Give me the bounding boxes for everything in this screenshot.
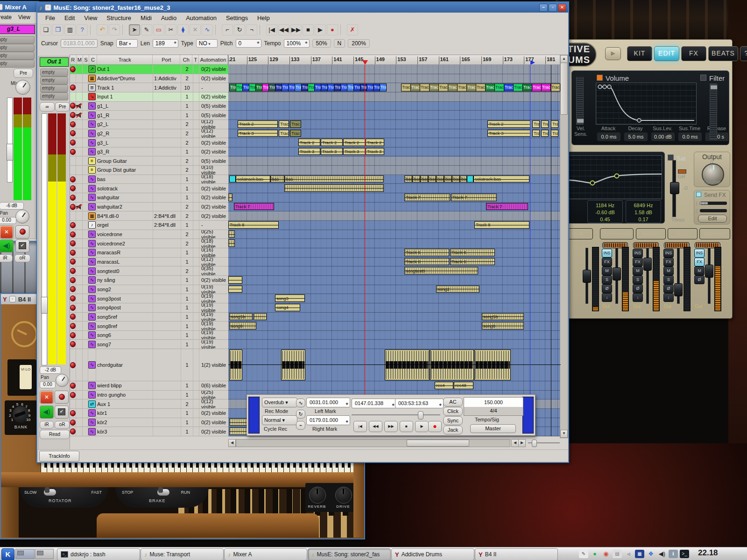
track-automation[interactable]: 0(19) visible: [199, 294, 229, 303]
task-button[interactable]: YAddictive Drums: [391, 548, 474, 560]
track-channels[interactable]: 1: [181, 248, 193, 257]
record-button[interactable]: ●: [428, 421, 442, 432]
track-row[interactable]: ∿g1_L10(5) visible: [70, 102, 229, 111]
track-port[interactable]: 2:B4*ll.dll: [153, 211, 181, 220]
track-mute-cell[interactable]: [76, 74, 83, 83]
ad-mute-button[interactable]: M: [663, 266, 674, 275]
ad-tab-overhead[interactable]: Overhead: [600, 228, 634, 239]
track-port[interactable]: [153, 418, 181, 427]
track-channels[interactable]: 1: [181, 340, 193, 349]
right-mark-flag[interactable]: [530, 60, 535, 65]
track-port[interactable]: [153, 285, 181, 294]
strip-automation-read-button[interactable]: Read: [40, 430, 70, 439]
track-automation[interactable]: 0(5) visible: [199, 102, 229, 111]
audio-part[interactable]: Track 2: [238, 120, 278, 128]
track-rec-cell[interactable]: [70, 340, 76, 349]
ad-tab-master[interactable]: Master: [699, 228, 730, 239]
track-port[interactable]: [153, 294, 181, 303]
track-mute-cell[interactable]: [76, 157, 83, 166]
audio-part[interactable]: [229, 419, 248, 426]
track-channels[interactable]: 2: [181, 211, 193, 220]
ad-filter-slider[interactable]: [710, 84, 717, 140]
arrange-track-lane[interactable]: [228, 166, 561, 175]
arrange-track-lane[interactable]: [228, 276, 561, 285]
audio-part[interactable]: Track 2: [366, 139, 384, 146]
strip-effect-slot[interactable]: empty: [40, 84, 68, 92]
ad-ins-button[interactable]: INS: [633, 249, 643, 258]
track-row[interactable]: ∿song610(19) visible: [70, 331, 229, 340]
record-arm-icon[interactable]: [70, 314, 76, 320]
track-row[interactable]: ∿solotrack10(2) visible: [70, 184, 229, 193]
mixer-effect-slot[interactable]: empty: [0, 52, 35, 60]
track-automation[interactable]: 0(35) visible: [199, 266, 229, 275]
eraser-tool-icon[interactable]: ▭: [153, 24, 164, 35]
b4-drive-knob[interactable]: [335, 487, 352, 504]
audio-part[interactable]: song3: [275, 294, 305, 302]
track-name[interactable]: voicedrone2: [96, 239, 153, 248]
track-automation[interactable]: 0(2) visible: [199, 418, 229, 427]
track-rec-cell[interactable]: [70, 322, 76, 330]
track-mute-cell[interactable]: [76, 276, 83, 285]
ad-ins-button[interactable]: INS: [602, 249, 612, 258]
ad-fader-track[interactable]: [646, 248, 649, 304]
track-name[interactable]: intro gungho: [96, 391, 153, 399]
track-rec-cell[interactable]: [70, 157, 76, 166]
track-channels[interactable]: 1: [181, 193, 193, 202]
midi-part[interactable]: Trac: [401, 84, 411, 91]
track-port[interactable]: [153, 266, 181, 275]
record-icon[interactable]: ●: [327, 24, 338, 35]
ad-param-value[interactable]: 0.00 dB: [651, 132, 675, 141]
track-solo-cell[interactable]: [83, 409, 88, 418]
track-mute-cell[interactable]: [76, 184, 83, 193]
track-row[interactable]: ∿song3post10(19) visible: [70, 294, 229, 303]
arrange-track-lane[interactable]: [228, 211, 561, 221]
track-port[interactable]: [153, 331, 181, 340]
menu-settings[interactable]: Settings: [222, 14, 252, 22]
track-channels[interactable]: 1: [181, 313, 193, 322]
audio-part[interactable]: [254, 313, 267, 321]
ad-send1-slider[interactable]: [700, 202, 727, 205]
midi-part[interactable]: Trac: [532, 84, 542, 91]
arrange-track-lane[interactable]: [228, 381, 561, 391]
mixer-pre-button[interactable]: Pre: [14, 69, 33, 78]
midi-part[interactable]: Trac: [229, 84, 236, 91]
record-arm-icon[interactable]: [70, 112, 76, 118]
track-channels[interactable]: 1: [181, 184, 193, 193]
track-rec-cell[interactable]: [70, 111, 76, 119]
arrange-track-lane[interactable]: [228, 102, 561, 111]
track-port[interactable]: [153, 248, 181, 257]
track-rec-cell[interactable]: [70, 221, 76, 230]
strip-solo-check-button[interactable]: ✔: [55, 406, 69, 419]
audio-part[interactable]: Track 2: [321, 139, 343, 146]
track-mute-cell[interactable]: [76, 147, 83, 156]
ad-send2-slider[interactable]: [700, 209, 727, 212]
automation-tool-icon[interactable]: ∿: [202, 24, 213, 35]
arrange-track-lane[interactable]: [228, 147, 561, 157]
record-arm-icon[interactable]: [70, 383, 76, 389]
track-channels[interactable]: 2: [181, 399, 193, 408]
track-mute-cell[interactable]: [76, 248, 83, 257]
track-rec-cell[interactable]: [70, 248, 76, 257]
track-row[interactable]: ∿g3_R10(2) visible: [70, 147, 229, 157]
track-solo-cell[interactable]: [83, 258, 88, 266]
ad-vel-slider[interactable]: [576, 77, 584, 125]
ad-tab-bus[interactable]: Bus: [668, 228, 698, 239]
mixer-solo-check-button[interactable]: ✔: [15, 239, 29, 252]
ad-param-value[interactable]: 0.0 ms: [678, 132, 702, 141]
midi-part[interactable]: Trac: [541, 84, 551, 91]
track-channels[interactable]: 2: [181, 129, 193, 138]
goto-start-button[interactable]: |◀: [353, 421, 367, 432]
pager-desktop-1[interactable]: [15, 549, 35, 559]
track-rec-cell[interactable]: [70, 276, 76, 285]
track-name[interactable]: song4post: [96, 303, 153, 312]
track-row[interactable]: ∿maracasR10(16) visible: [70, 248, 229, 258]
track-name[interactable]: ny sång: [96, 276, 153, 285]
track-port[interactable]: [153, 65, 181, 74]
chromium-tray-icon[interactable]: ◉: [601, 549, 611, 559]
track-channels[interactable]: 1: [181, 147, 193, 156]
track-row[interactable]: ♪orgel2:B4*ll.dll1-: [70, 221, 229, 230]
track-name[interactable]: Addictive*Drums: [96, 74, 153, 83]
track-automation[interactable]: 0(16) visible: [199, 248, 229, 257]
track-row[interactable]: ∿g2_R20(12) visible: [70, 129, 229, 139]
midi-part[interactable]: Trac: [410, 84, 420, 91]
